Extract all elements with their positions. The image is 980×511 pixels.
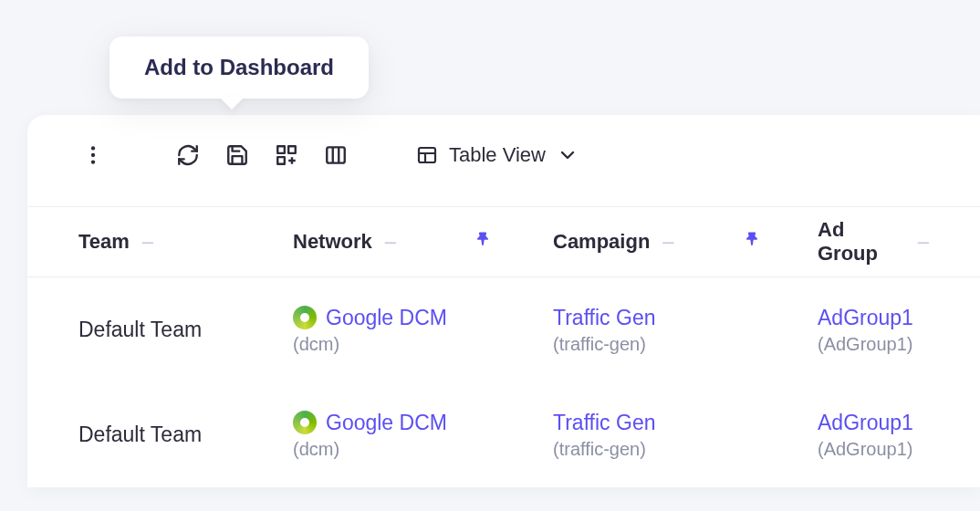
columns-button[interactable]: [321, 141, 350, 170]
view-selector-label: Table View: [449, 143, 546, 167]
svg-rect-4: [288, 146, 296, 153]
cell-campaign: Traffic Gen (traffic-gen): [553, 306, 818, 355]
cell-adgroup: AdGroup1 (AdGroup1): [818, 306, 929, 355]
column-header-team[interactable]: Team –: [78, 230, 293, 254]
svg-point-0: [91, 146, 95, 150]
network-code: (dcm): [293, 334, 553, 355]
adgroup-link[interactable]: AdGroup1: [818, 306, 929, 330]
team-name: Default Team: [78, 422, 293, 447]
add-to-dashboard-button[interactable]: [272, 141, 301, 170]
tooltip-text: Add to Dashboard: [144, 55, 334, 79]
column-label: Campaign: [553, 230, 650, 254]
column-label: Team: [78, 230, 130, 254]
google-dcm-icon: [293, 306, 317, 329]
column-sort-indicator: –: [385, 230, 396, 254]
cell-network: Google DCM (dcm): [293, 411, 553, 460]
google-dcm-icon: [293, 411, 317, 434]
svg-rect-5: [277, 157, 285, 164]
network-code: (dcm): [293, 439, 553, 460]
columns-icon: [324, 143, 348, 167]
table-row: Default Team Google DCM (dcm) Traffic Ge…: [27, 277, 980, 382]
cell-adgroup: AdGroup1 (AdGroup1): [818, 411, 929, 460]
column-header-campaign[interactable]: Campaign –: [553, 230, 818, 254]
network-link[interactable]: Google DCM: [326, 306, 447, 330]
grid-add-icon: [275, 143, 298, 167]
column-sort-indicator: –: [142, 230, 153, 254]
view-selector[interactable]: Table View: [416, 143, 579, 167]
table-icon: [416, 144, 438, 166]
refresh-button[interactable]: [173, 141, 203, 170]
svg-rect-3: [277, 146, 285, 153]
more-options-button[interactable]: [78, 141, 108, 170]
save-button[interactable]: [223, 141, 252, 170]
chevron-down-icon: [557, 144, 579, 166]
pin-icon[interactable]: [474, 230, 492, 254]
more-vertical-icon: [81, 143, 105, 167]
cell-campaign: Traffic Gen (traffic-gen): [553, 411, 818, 460]
campaign-link[interactable]: Traffic Gen: [553, 306, 818, 330]
table-row: Default Team Google DCM (dcm) Traffic Ge…: [27, 382, 980, 487]
campaign-link[interactable]: Traffic Gen: [553, 411, 818, 435]
save-icon: [225, 143, 249, 167]
adgroup-code: (AdGroup1): [818, 439, 929, 460]
toolbar: Table View: [27, 115, 980, 206]
svg-rect-11: [419, 148, 435, 162]
column-header-adgroup[interactable]: Ad Group –: [818, 218, 929, 266]
pin-icon[interactable]: [743, 230, 761, 254]
add-to-dashboard-tooltip: Add to Dashboard: [109, 36, 369, 99]
column-label: Ad Group: [818, 218, 905, 266]
data-table: Team – Network – Campaign – Ad Group –: [27, 206, 980, 487]
svg-point-1: [91, 153, 95, 157]
adgroup-link[interactable]: AdGroup1: [818, 411, 929, 435]
cell-team: Default Team: [78, 422, 293, 447]
table-header: Team – Network – Campaign – Ad Group –: [27, 206, 980, 277]
network-link[interactable]: Google DCM: [326, 411, 447, 435]
column-sort-indicator: –: [662, 230, 673, 254]
campaign-code: (traffic-gen): [553, 334, 818, 355]
report-card: Table View Team – Network – Campaign –: [27, 115, 980, 487]
column-header-network[interactable]: Network –: [293, 230, 553, 254]
refresh-icon: [176, 143, 200, 167]
cell-network: Google DCM (dcm): [293, 306, 553, 355]
column-sort-indicator: –: [918, 230, 929, 254]
adgroup-code: (AdGroup1): [818, 334, 929, 355]
cell-team: Default Team: [78, 318, 293, 342]
team-name: Default Team: [78, 318, 293, 342]
svg-rect-8: [327, 147, 345, 162]
campaign-code: (traffic-gen): [553, 439, 818, 460]
svg-point-2: [91, 160, 95, 163]
column-label: Network: [293, 230, 372, 254]
